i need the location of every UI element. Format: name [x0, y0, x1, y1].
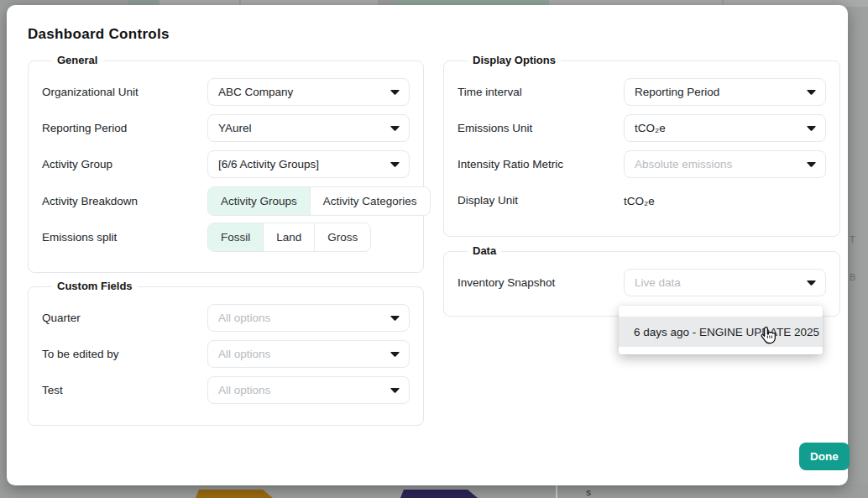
- test-row: Test All options: [42, 376, 410, 404]
- edited-by-placeholder: All options: [218, 348, 270, 360]
- quarter-label: Quarter: [42, 312, 207, 324]
- org-unit-row: Organizational Unit ABC Company: [42, 78, 410, 106]
- general-legend: General: [52, 54, 102, 67]
- time-interval-row: Time interval Reporting Period: [458, 78, 826, 106]
- reporting-period-label: Reporting Period: [42, 122, 207, 134]
- background-divider: [556, 485, 557, 498]
- test-placeholder: All options: [218, 384, 270, 396]
- toggle-land[interactable]: Land: [263, 223, 314, 251]
- display-unit-value: tCO₂e: [624, 195, 655, 207]
- test-select[interactable]: All options: [207, 376, 410, 404]
- toggle-activity-categories[interactable]: Activity Categories: [310, 187, 430, 215]
- quarter-placeholder: All options: [218, 312, 270, 324]
- chevron-down-icon: [390, 351, 400, 357]
- toggle-gross[interactable]: Gross: [314, 223, 370, 251]
- reporting-period-value: YAurel: [218, 122, 252, 134]
- custom-fields-section: Custom Fields Quarter All options To be …: [28, 280, 424, 426]
- inventory-snapshot-row: Inventory Snapshot Live data: [458, 269, 826, 296]
- emissions-unit-row: Emissions Unit tCO₂e: [458, 114, 826, 142]
- display-options-section: Display Options Time interval Reporting …: [443, 54, 840, 237]
- done-button[interactable]: Done: [799, 443, 850, 470]
- background-chart-bar-navy: [400, 490, 478, 498]
- activity-group-row: Activity Group [6/6 Activity Groups]: [42, 150, 410, 178]
- inventory-snapshot-select[interactable]: Live data: [624, 269, 826, 296]
- custom-fields-legend: Custom Fields: [52, 280, 138, 293]
- emissions-unit-label: Emissions Unit: [458, 122, 624, 134]
- dashboard-controls-modal: Dashboard Controls General Organizationa…: [7, 5, 848, 485]
- background-chart-bar-orange: [196, 490, 273, 498]
- emissions-split-label: Emissions split: [42, 231, 207, 244]
- emissions-unit-value: tCO₂e: [635, 122, 666, 134]
- activity-group-select[interactable]: [6/6 Activity Groups]: [207, 150, 410, 178]
- intensity-select[interactable]: Absolute emissions: [624, 150, 826, 178]
- background-letter-b: B: [850, 272, 855, 282]
- inventory-snapshot-placeholder: Live data: [635, 276, 681, 289]
- reporting-period-row: Reporting Period YAurel: [42, 114, 410, 142]
- emissions-split-row: Emissions split Fossil Land Gross: [42, 223, 410, 252]
- dropdown-option-engine-update[interactable]: 6 days ago - ENGINE UPDATE 2025: [619, 317, 823, 347]
- emissions-unit-select[interactable]: tCO₂e: [624, 114, 826, 142]
- quarter-row: Quarter All options: [42, 304, 410, 332]
- test-label: Test: [42, 384, 207, 396]
- display-options-legend: Display Options: [468, 54, 561, 67]
- activity-group-value: [6/6 Activity Groups]: [218, 158, 319, 170]
- org-unit-value: ABC Company: [218, 86, 293, 98]
- toggle-activity-groups[interactable]: Activity Groups: [208, 187, 310, 215]
- toggle-fossil[interactable]: Fossil: [208, 223, 263, 251]
- chevron-down-icon: [390, 125, 400, 131]
- chevron-down-icon: [807, 125, 816, 131]
- chevron-down-icon: [807, 280, 816, 286]
- chevron-down-icon: [390, 315, 400, 321]
- chevron-down-icon: [390, 387, 400, 393]
- org-unit-label: Organizational Unit: [42, 86, 207, 98]
- inventory-snapshot-label: Inventory Snapshot: [458, 276, 624, 289]
- activity-group-label: Activity Group: [42, 158, 207, 170]
- time-interval-value: Reporting Period: [635, 86, 719, 98]
- intensity-label: Intensity Ratio Metric: [458, 158, 624, 170]
- activity-breakdown-row: Activity Breakdown Activity Groups Activ…: [42, 186, 410, 216]
- display-unit-label: Display Unit: [458, 194, 624, 207]
- chevron-down-icon: [390, 89, 400, 95]
- display-unit-row: Display Unit tCO₂e: [458, 186, 826, 214]
- edited-by-label: To be edited by: [42, 348, 207, 360]
- data-legend: Data: [468, 244, 501, 258]
- page-title: Dashboard Controls: [28, 26, 170, 43]
- chevron-down-icon: [807, 89, 816, 95]
- activity-breakdown-toggle: Activity Groups Activity Categories: [207, 186, 431, 216]
- quarter-select[interactable]: All options: [207, 304, 410, 332]
- chevron-down-icon: [807, 161, 816, 167]
- intensity-placeholder: Absolute emissions: [635, 158, 732, 170]
- edited-by-select[interactable]: All options: [207, 340, 410, 368]
- background-letter-t: T: [850, 234, 855, 244]
- reporting-period-select[interactable]: YAurel: [207, 114, 410, 142]
- org-unit-select[interactable]: ABC Company: [207, 78, 410, 106]
- activity-breakdown-label: Activity Breakdown: [42, 195, 207, 207]
- inventory-snapshot-dropdown: 6 days ago - ENGINE UPDATE 2025: [619, 306, 823, 354]
- chevron-down-icon: [390, 161, 400, 167]
- edited-by-row: To be edited by All options: [42, 340, 410, 368]
- time-interval-select[interactable]: Reporting Period: [624, 78, 826, 106]
- intensity-row: Intensity Ratio Metric Absolute emission…: [458, 150, 826, 178]
- time-interval-label: Time interval: [458, 86, 624, 98]
- background-glyph: S: [586, 489, 591, 497]
- hand-cursor-icon: [760, 326, 778, 346]
- general-section: General Organizational Unit ABC Company …: [28, 54, 424, 273]
- emissions-split-toggle: Fossil Land Gross: [207, 223, 371, 252]
